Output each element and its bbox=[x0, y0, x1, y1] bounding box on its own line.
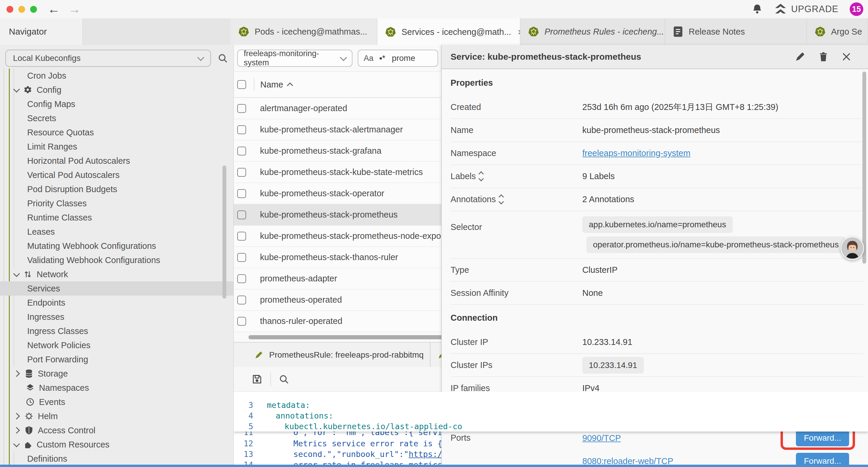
detail-row-cluster-ip: Cluster IP 10.233.14.91 bbox=[451, 331, 863, 354]
tab-prometheus-rules[interactable]: Prometheus Rules - icecheng... bbox=[520, 18, 665, 45]
code-line: o","for": "nm", labels :{ service : " bbox=[261, 432, 471, 437]
kubernetes-icon bbox=[528, 26, 539, 37]
tab-pods[interactable]: Pods - icecheng@mathmas... bbox=[230, 18, 377, 45]
namespace-link[interactable]: freeleaps-monitoring-system bbox=[582, 148, 690, 158]
sidebar-item-priority-classes[interactable]: Priority Classes bbox=[0, 196, 234, 210]
tab-release-notes[interactable]: Release Notes bbox=[665, 18, 807, 45]
avatar[interactable] bbox=[840, 236, 864, 260]
tab-label: Release Notes bbox=[689, 27, 745, 37]
tab-argo[interactable]: Argo Se bbox=[807, 18, 868, 45]
sidebar-search-icon[interactable] bbox=[217, 53, 228, 63]
column-name-header[interactable]: Name bbox=[260, 80, 292, 90]
port-link[interactable]: 8080:reloader-web/TCP bbox=[582, 456, 673, 465]
port-link[interactable]: 9090/TCP bbox=[582, 433, 621, 443]
editor-search-icon[interactable] bbox=[279, 374, 289, 384]
sidebar-item-resource-quotas[interactable]: Resource Quotas bbox=[0, 125, 234, 140]
close-icon[interactable] bbox=[841, 52, 851, 62]
row-checkbox[interactable] bbox=[237, 232, 246, 241]
close-tab-icon[interactable]: × bbox=[517, 26, 520, 38]
column-divider bbox=[254, 78, 254, 91]
annotations-count: 2 Annotations bbox=[582, 195, 634, 204]
sidebar-item-network-policies[interactable]: Network Policies bbox=[0, 338, 234, 352]
details-scrollbar[interactable] bbox=[862, 71, 866, 264]
chevron-expanded-icon bbox=[13, 440, 20, 447]
close-window-button[interactable] bbox=[6, 6, 13, 13]
row-checkbox[interactable] bbox=[237, 168, 246, 177]
delete-icon[interactable] bbox=[818, 52, 829, 62]
sidebar-item-leases[interactable]: Leases bbox=[0, 225, 234, 239]
sidebar-item-secrets[interactable]: Secrets bbox=[0, 111, 234, 125]
type-value: ClusterIP bbox=[582, 265, 617, 275]
status-bar bbox=[0, 465, 868, 467]
sidebar-item-validating-webhook-configurations[interactable]: Validating Webhook Configurations bbox=[0, 253, 234, 267]
sidebar-item-config-maps[interactable]: Config Maps bbox=[0, 97, 234, 111]
minimize-window-button[interactable] bbox=[18, 6, 25, 13]
cluster-ips-badge: 10.233.14.91 bbox=[582, 357, 644, 374]
row-checkbox[interactable] bbox=[237, 147, 246, 155]
row-checkbox[interactable] bbox=[237, 210, 246, 219]
notification-count-badge[interactable]: 15 bbox=[850, 2, 863, 16]
save-icon[interactable] bbox=[251, 374, 262, 385]
sidebar-item-horizontal-pod-autoscalers[interactable]: Horizontal Pod Autoscalers bbox=[0, 154, 234, 168]
bell-icon[interactable] bbox=[752, 4, 763, 15]
detail-row-name: Name kube-prometheus-stack-prometheus bbox=[451, 119, 863, 142]
row-checkbox[interactable] bbox=[237, 317, 246, 326]
kubernetes-icon bbox=[238, 26, 249, 37]
sidebar-group-config[interactable]: Config bbox=[0, 83, 234, 97]
sidebar-group-access-control[interactable]: Access Control bbox=[0, 423, 234, 437]
sidebar-group-helm[interactable]: Helm bbox=[0, 409, 234, 423]
row-checkbox[interactable] bbox=[237, 253, 246, 262]
edit-icon[interactable] bbox=[795, 52, 805, 62]
row-checkbox[interactable] bbox=[237, 104, 246, 113]
dock-tab-prometheusrule[interactable]: PrometheusRule: freeleaps-prod-rabbitmq bbox=[234, 343, 430, 368]
select-all-checkbox[interactable] bbox=[237, 80, 246, 89]
sidebar-group-storage[interactable]: Storage bbox=[0, 367, 234, 381]
row-checkbox[interactable] bbox=[237, 274, 246, 283]
kubernetes-icon bbox=[814, 26, 826, 37]
sidebar-scrollbar[interactable] bbox=[222, 166, 226, 298]
sidebar-group-network[interactable]: Network bbox=[0, 267, 234, 282]
namespace-select[interactable]: freeleaps-monitoring-system bbox=[237, 50, 352, 67]
detail-row-session-affinity: Session Affinity None bbox=[451, 282, 863, 305]
zoom-window-button[interactable] bbox=[30, 6, 37, 13]
navigator-panel-tab[interactable]: Navigator bbox=[0, 18, 83, 45]
row-checkbox[interactable] bbox=[237, 125, 246, 134]
expand-collapse-icon[interactable] bbox=[499, 195, 503, 204]
toolbar-divider bbox=[270, 372, 271, 386]
sidebar-item-mutating-webhook-configurations[interactable]: Mutating Webhook Configurations bbox=[0, 239, 234, 253]
sidebar-item-ingress-classes[interactable]: Ingress Classes bbox=[0, 324, 234, 338]
sidebar-item-limit-ranges[interactable]: Limit Ranges bbox=[0, 140, 234, 154]
navigator-title: Navigator bbox=[9, 27, 47, 37]
tab-services[interactable]: Services - icecheng@math... × bbox=[377, 18, 520, 46]
sidebar-item-definitions[interactable]: Definitions bbox=[0, 451, 234, 465]
row-checkbox[interactable] bbox=[237, 189, 246, 198]
sidebar-item-services[interactable]: Services bbox=[0, 282, 234, 296]
navigator-sidebar: Local Kubeconfigs Cron Jobs Config Confi bbox=[0, 45, 234, 465]
app-window: ← → UPGRADE 15 Navigator Pods - i bbox=[0, 0, 868, 467]
sidebar-item-runtime-classes[interactable]: Runtime Classes bbox=[0, 210, 234, 225]
back-icon[interactable]: ← bbox=[48, 3, 60, 16]
sidebar-item-cron-jobs[interactable]: Cron Jobs bbox=[0, 68, 234, 83]
expand-collapse-icon[interactable] bbox=[479, 172, 483, 181]
kubeconfig-select[interactable]: Local Kubeconfigs bbox=[5, 50, 211, 67]
sidebar-item-ingresses[interactable]: Ingresses bbox=[0, 310, 234, 324]
forward-icon[interactable]: → bbox=[68, 3, 81, 16]
forward-button[interactable]: Forward... bbox=[796, 430, 849, 446]
forward-button[interactable]: Forward... bbox=[796, 453, 849, 465]
search-input[interactable] bbox=[391, 53, 428, 63]
match-case-toggle[interactable]: Aa bbox=[364, 54, 373, 63]
table-search-box: Aa ▪* bbox=[358, 50, 438, 67]
regex-toggle[interactable]: ▪* bbox=[379, 54, 385, 63]
sidebar-item-endpoints[interactable]: Endpoints bbox=[0, 296, 234, 310]
sidebar-item-namespaces[interactable]: Namespaces bbox=[0, 381, 234, 395]
sidebar-item-vertical-pod-autoscalers[interactable]: Vertical Pod Autoscalers bbox=[0, 168, 234, 182]
sidebar-item-pod-disruption-budgets[interactable]: Pod Disruption Budgets bbox=[0, 182, 234, 196]
upgrade-button[interactable]: UPGRADE bbox=[774, 3, 838, 15]
sidebar-item-port-forwarding[interactable]: Port Forwarding bbox=[0, 352, 234, 367]
tab-strip: Navigator Pods - icecheng@mathmas... Ser… bbox=[0, 18, 868, 46]
tab-label: Services - icecheng@math... bbox=[402, 27, 511, 37]
sidebar-group-custom-resources[interactable]: Custom Resources bbox=[0, 437, 234, 451]
updown-arrows-icon bbox=[23, 269, 32, 279]
row-checkbox[interactable] bbox=[237, 296, 246, 304]
sidebar-item-events[interactable]: Events bbox=[0, 395, 234, 409]
